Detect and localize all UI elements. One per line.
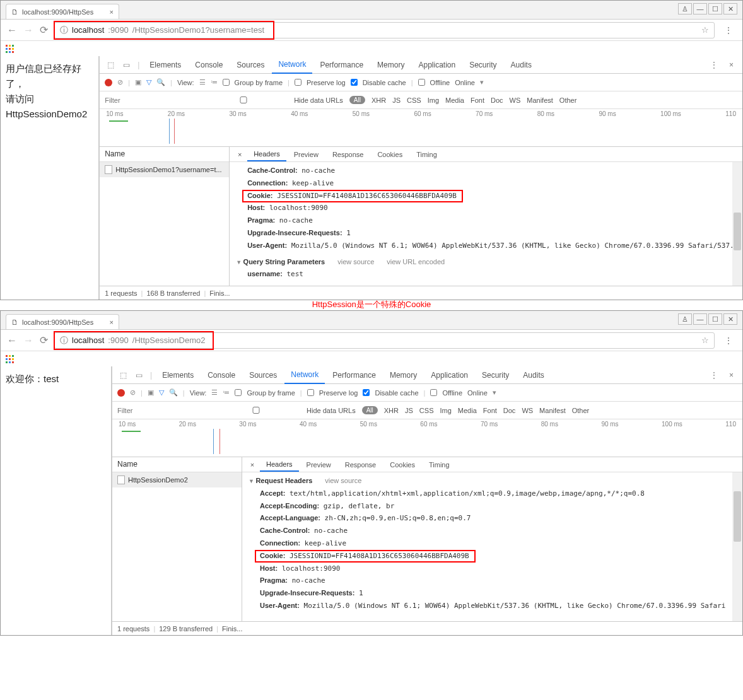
tab-memory[interactable]: Memory	[383, 367, 423, 383]
clear-icon[interactable]: ⊘	[117, 78, 123, 86]
close-detail-icon[interactable]: ×	[246, 461, 259, 469]
inspect-icon[interactable]: ⬚	[103, 61, 118, 69]
info-icon[interactable]: ⓘ	[60, 335, 68, 346]
filter-js[interactable]: JS	[405, 407, 413, 414]
tab-console[interactable]: Console	[201, 367, 242, 383]
tab-audits[interactable]: Audits	[505, 57, 538, 73]
filter-css[interactable]: CSS	[419, 407, 434, 414]
tab-memory[interactable]: Memory	[371, 57, 411, 73]
dtab-preview[interactable]: Preview	[300, 458, 337, 471]
tab-performance[interactable]: Performance	[326, 367, 382, 383]
bookmark-star-icon[interactable]: ☆	[701, 335, 709, 345]
filter-xhr[interactable]: XHR	[384, 407, 399, 414]
request-headers-section[interactable]: Request Headersview source	[249, 475, 742, 487]
preserve-log-checkbox[interactable]	[307, 389, 314, 396]
frame-view-icon[interactable]: ≔	[211, 78, 218, 86]
filter-other[interactable]: Other	[559, 96, 577, 104]
timeline[interactable]: 10 ms20 ms30 ms40 ms50 ms60 ms70 ms80 ms…	[112, 419, 742, 457]
menu-dots-icon[interactable]: ⋮	[721, 26, 736, 35]
filter-icon[interactable]: ▽	[146, 78, 151, 86]
tab-elements[interactable]: Elements	[156, 367, 200, 383]
filter-media[interactable]: Media	[445, 96, 464, 104]
dtab-cookies[interactable]: Cookies	[383, 458, 421, 471]
tab-performance[interactable]: Performance	[313, 57, 370, 73]
menu-dots-icon[interactable]: ⋮	[721, 336, 736, 345]
list-view-icon[interactable]: ☰	[211, 388, 218, 397]
filter-img[interactable]: Img	[428, 96, 439, 104]
dtab-response[interactable]: Response	[339, 458, 383, 471]
filter-css[interactable]: CSS	[407, 96, 421, 104]
offline-checkbox[interactable]	[430, 389, 437, 396]
record-button[interactable]	[117, 389, 125, 397]
request-row[interactable]: HttpSessionDemo2	[112, 472, 242, 487]
minimize-button[interactable]: —	[693, 313, 707, 325]
filter-icon[interactable]: ▽	[159, 388, 164, 397]
camera-icon[interactable]: ▣	[148, 388, 154, 397]
filter-ws[interactable]: WS	[510, 96, 521, 104]
user-icon[interactable]: ♙	[678, 3, 692, 15]
close-devtools-icon[interactable]: ×	[725, 371, 737, 380]
preserve-log-checkbox[interactable]	[295, 79, 301, 86]
record-button[interactable]	[105, 79, 112, 86]
tab-security[interactable]: Security	[463, 57, 503, 73]
filter-js[interactable]: JS	[392, 96, 401, 104]
settings-dots-icon[interactable]: ⋮	[706, 61, 722, 69]
browser-tab[interactable]: 🗋 localhost:9090/HttpSes ×	[6, 314, 119, 329]
maximize-button[interactable]: ☐	[708, 3, 722, 15]
frame-view-icon[interactable]: ≔	[223, 388, 230, 397]
tab-network[interactable]: Network	[284, 366, 325, 384]
request-row[interactable]: HttpSessionDemo1?username=t...	[100, 162, 229, 177]
dropdown-icon[interactable]: ▾	[493, 388, 496, 397]
tab-audits[interactable]: Audits	[517, 367, 550, 383]
info-icon[interactable]: ⓘ	[60, 25, 68, 36]
tab-network[interactable]: Network	[272, 56, 312, 74]
tab-sources[interactable]: Sources	[230, 57, 271, 73]
name-column-header[interactable]: Name	[112, 457, 242, 472]
tab-sources[interactable]: Sources	[243, 367, 283, 383]
filter-img[interactable]: Img	[440, 407, 451, 414]
hide-data-urls-checkbox[interactable]	[212, 407, 300, 414]
device-icon[interactable]: ▭	[119, 61, 134, 69]
search-icon[interactable]: 🔍	[156, 78, 165, 86]
close-tab-icon[interactable]: ×	[110, 8, 114, 16]
filter-media[interactable]: Media	[458, 407, 477, 414]
disable-cache-checkbox[interactable]	[363, 389, 370, 396]
filter-manifest[interactable]: Manifest	[539, 407, 566, 414]
name-column-header[interactable]: Name	[100, 147, 229, 162]
filter-xhr[interactable]: XHR	[372, 96, 386, 104]
dtab-cookies[interactable]: Cookies	[371, 148, 409, 161]
filter-input[interactable]	[117, 407, 206, 414]
close-button[interactable]: ✕	[723, 3, 737, 15]
device-icon[interactable]: ▭	[132, 371, 146, 380]
scrollbar-thumb[interactable]	[734, 491, 741, 542]
dtab-headers[interactable]: Headers	[260, 458, 299, 472]
address-bar[interactable]: ⓘ localhost:9090/HttpSessionDemo2 ☆	[54, 332, 715, 349]
apps-icon[interactable]	[6, 45, 15, 54]
tab-security[interactable]: Security	[476, 367, 515, 383]
filter-doc[interactable]: Doc	[491, 96, 503, 104]
close-detail-icon[interactable]: ×	[233, 151, 246, 158]
back-button[interactable]: ←	[7, 25, 17, 36]
maximize-button[interactable]: ☐	[708, 313, 722, 325]
list-view-icon[interactable]: ☰	[199, 78, 206, 86]
scrollbar[interactable]	[732, 472, 742, 621]
back-button[interactable]: ←	[7, 335, 17, 346]
dropdown-icon[interactable]: ▾	[480, 78, 484, 86]
close-devtools-icon[interactable]: ×	[725, 61, 737, 69]
apps-icon[interactable]	[6, 355, 15, 364]
tab-application[interactable]: Application	[424, 367, 474, 383]
bookmark-star-icon[interactable]: ☆	[701, 25, 709, 35]
qsp-section[interactable]: Query String Parametersview sourceview U…	[236, 256, 742, 269]
close-button[interactable]: ✕	[723, 313, 737, 325]
timeline[interactable]: 10 ms20 ms30 ms40 ms50 ms60 ms70 ms80 ms…	[100, 109, 742, 147]
dtab-timing[interactable]: Timing	[423, 458, 456, 471]
hide-data-urls-checkbox[interactable]	[199, 96, 288, 103]
inspect-icon[interactable]: ⬚	[116, 371, 131, 380]
group-by-frame-checkbox[interactable]	[223, 79, 230, 86]
close-tab-icon[interactable]: ×	[110, 318, 114, 326]
address-bar[interactable]: ⓘ localhost:9090/HttpSessionDemo1?userna…	[54, 22, 715, 38]
reload-button[interactable]: ⟳	[40, 334, 48, 346]
dtab-response[interactable]: Response	[326, 148, 370, 161]
filter-manifest[interactable]: Manifest	[527, 96, 553, 104]
reload-button[interactable]: ⟳	[40, 24, 48, 36]
